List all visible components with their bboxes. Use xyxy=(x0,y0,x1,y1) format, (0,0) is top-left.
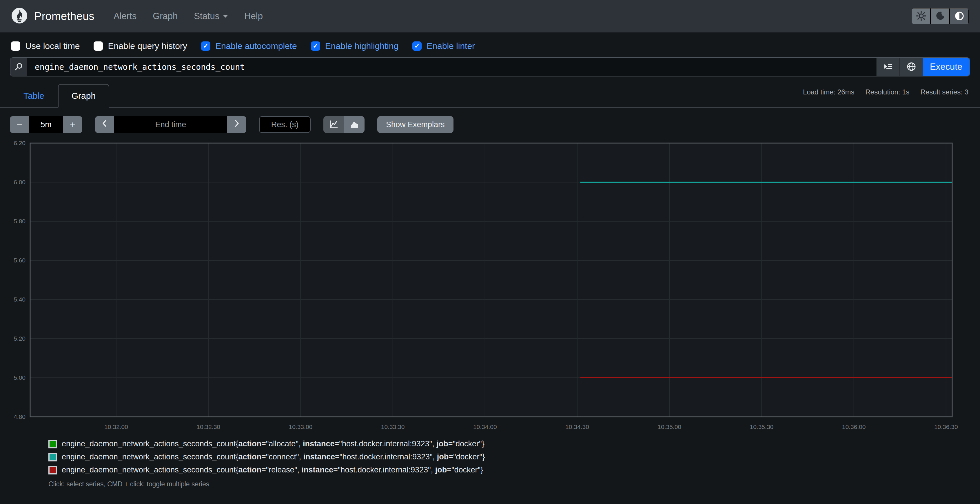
y-tick-label: 5.20 xyxy=(14,335,25,342)
chevron-right-icon xyxy=(233,119,240,130)
legend-hint: Click: select series, CMD + click: toggl… xyxy=(48,480,970,488)
end-time-input[interactable] xyxy=(114,116,227,133)
show-exemplars-button[interactable]: Show Exemplars xyxy=(377,116,453,133)
legend-item[interactable]: engine_daemon_network_actions_seconds_co… xyxy=(48,452,970,461)
format-expression-button[interactable] xyxy=(899,58,923,76)
nav-link-alerts[interactable]: Alerts xyxy=(114,11,137,21)
y-tick-label: 5.00 xyxy=(14,374,25,381)
x-tick-label: 10:32:30 xyxy=(196,423,220,429)
query-stats: Load time: 26ms Resolution: 1s Result se… xyxy=(803,88,969,96)
endtime-control-group xyxy=(95,116,246,133)
range-control-group: − + xyxy=(10,116,82,133)
checkbox-use-local-time[interactable]: ✓ Use local time xyxy=(11,41,80,51)
line-chart-toggle-button[interactable] xyxy=(323,116,344,133)
metrics-explorer-icon xyxy=(883,61,893,73)
nav-link-status[interactable]: Status xyxy=(194,11,228,21)
x-tick-label: 10:35:00 xyxy=(657,423,681,429)
load-time-stat: Load time: 26ms xyxy=(803,88,854,96)
graph-controls: − + xyxy=(10,116,970,133)
nav-links: Alerts Graph Status Help xyxy=(114,11,263,21)
nav-link-help[interactable]: Help xyxy=(244,11,263,21)
legend-item[interactable]: engine_daemon_network_actions_seconds_co… xyxy=(48,439,970,448)
increase-range-button[interactable]: + xyxy=(63,116,82,133)
checkbox-enable-highlighting[interactable]: ✓ Enable highlighting xyxy=(311,41,399,51)
checkbox-box[interactable]: ✓ xyxy=(201,41,210,51)
y-tick-label: 6.00 xyxy=(14,179,25,185)
graph-canvas[interactable]: 4.805.005.205.405.605.806.006.2010:32:00… xyxy=(10,138,970,429)
y-tick-label: 6.20 xyxy=(14,140,25,146)
y-tick-label: 5.40 xyxy=(14,296,25,303)
moon-icon xyxy=(935,11,945,22)
query-bar: Execute xyxy=(0,53,980,76)
y-tick-label: 5.80 xyxy=(14,218,25,224)
checkbox-box[interactable]: ✓ xyxy=(311,41,320,51)
resolution-input[interactable] xyxy=(259,116,311,133)
chevron-down-icon xyxy=(223,15,228,17)
app-title: Prometheus xyxy=(34,10,94,22)
stacked-chart-icon xyxy=(350,119,359,130)
chart-area: 4.805.005.205.405.605.806.006.2010:32:00… xyxy=(10,138,970,429)
line-chart-icon xyxy=(329,119,339,130)
x-tick-label: 10:34:30 xyxy=(565,423,589,429)
x-tick-label: 10:36:00 xyxy=(842,423,866,429)
query-expression-input[interactable] xyxy=(27,58,876,76)
graph-panel: − + xyxy=(0,116,980,488)
circle-half-icon xyxy=(954,11,965,22)
dark-theme-button[interactable] xyxy=(931,8,950,24)
resolution-stat: Resolution: 1s xyxy=(865,88,910,96)
legend-item[interactable]: engine_daemon_network_actions_seconds_co… xyxy=(48,466,970,474)
checkbox-enable-autocomplete[interactable]: ✓ Enable autocomplete xyxy=(201,41,297,51)
metrics-explorer-button[interactable] xyxy=(876,58,899,76)
chart-type-toggle-group xyxy=(323,116,364,133)
y-tick-label: 5.60 xyxy=(14,257,25,264)
x-tick-label: 10:33:00 xyxy=(289,423,313,429)
navbar: Prometheus Alerts Graph Status Help xyxy=(0,0,980,32)
checkbox-enable-query-history[interactable]: ✓ Enable query history xyxy=(94,41,187,51)
auto-theme-button[interactable] xyxy=(950,8,969,24)
stacked-chart-toggle-button[interactable] xyxy=(344,116,364,133)
theme-toggle-group xyxy=(912,8,969,24)
result-tabs: Table Graph Load time: 26ms Resolution: … xyxy=(0,84,980,108)
chevron-left-icon xyxy=(101,119,108,130)
decrease-range-button[interactable]: − xyxy=(10,116,29,133)
legend-color-swatch xyxy=(48,466,57,474)
legend-series-label: engine_daemon_network_actions_seconds_co… xyxy=(62,452,485,461)
prometheus-logo-icon xyxy=(11,7,28,25)
sun-icon xyxy=(916,11,926,22)
x-tick-label: 10:33:30 xyxy=(381,423,405,429)
checkbox-box[interactable]: ✓ xyxy=(94,41,103,51)
nav-link-graph[interactable]: Graph xyxy=(153,11,178,21)
legend-series-label: engine_daemon_network_actions_seconds_co… xyxy=(62,466,483,474)
legend-color-swatch xyxy=(48,440,57,448)
checkbox-enable-linter[interactable]: ✓ Enable linter xyxy=(412,41,475,51)
prometheus-brand[interactable]: Prometheus xyxy=(11,7,94,25)
plot-background xyxy=(30,143,952,417)
checkbox-box[interactable]: ✓ xyxy=(11,41,20,51)
legend-series-label: engine_daemon_network_actions_seconds_co… xyxy=(62,439,485,448)
y-tick-label: 4.80 xyxy=(14,413,25,420)
result-series-stat: Result series: 3 xyxy=(921,88,969,96)
execute-button[interactable]: Execute xyxy=(923,58,970,76)
search-icon xyxy=(10,58,27,76)
time-forward-button[interactable] xyxy=(227,116,246,133)
globe-icon xyxy=(906,61,916,73)
tab-graph[interactable]: Graph xyxy=(58,84,109,108)
series-legend: engine_daemon_network_actions_seconds_co… xyxy=(48,439,970,474)
x-tick-label: 10:35:30 xyxy=(750,423,774,429)
x-tick-label: 10:34:00 xyxy=(473,423,497,429)
light-theme-button[interactable] xyxy=(912,8,931,24)
tab-table[interactable]: Table xyxy=(10,84,58,108)
legend-color-swatch xyxy=(48,453,57,461)
x-tick-label: 10:32:00 xyxy=(104,423,128,429)
x-tick-label: 10:36:30 xyxy=(934,423,958,429)
time-back-button[interactable] xyxy=(95,116,114,133)
range-input[interactable] xyxy=(29,116,63,133)
query-options-row: ✓ Use local time ✓ Enable query history … xyxy=(0,32,980,53)
checkbox-box[interactable]: ✓ xyxy=(412,41,422,51)
